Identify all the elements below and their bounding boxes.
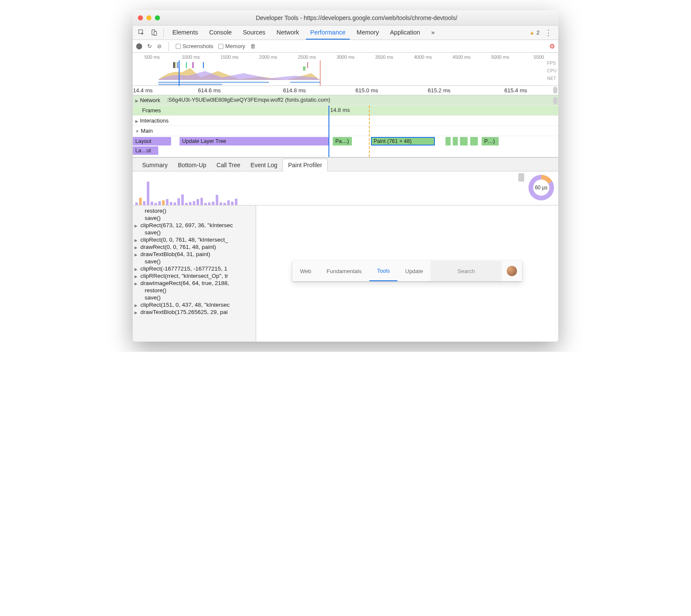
flame-event[interactable]: Update Layer Tree	[180, 137, 328, 145]
tab-application[interactable]: Application	[385, 26, 424, 40]
tab-elements[interactable]: Elements	[168, 26, 202, 40]
paint-command[interactable]: clipRect(0, 0, 761, 48, "kIntersect_	[133, 236, 256, 243]
paint-command[interactable]: restore()	[133, 207, 256, 214]
flame-event[interactable]: Layout	[133, 137, 171, 145]
details-tab-paint-profiler[interactable]: Paint Profiler	[283, 159, 328, 171]
close-icon[interactable]	[138, 15, 143, 20]
screenshots-checkbox[interactable]: Screenshots	[176, 43, 213, 49]
scrollbar-thumb[interactable]	[553, 87, 557, 94]
tab-performance[interactable]: Performance	[306, 26, 350, 40]
tab-memory[interactable]: Memory	[352, 26, 383, 40]
memory-checkbox[interactable]: Memory	[218, 43, 245, 49]
trash-icon[interactable]: 🗑	[250, 43, 256, 49]
histo-bar[interactable]	[170, 202, 172, 205]
reload-icon[interactable]: ↻	[147, 43, 152, 49]
flame-event[interactable]	[445, 137, 451, 145]
warning-badge[interactable]: ▲2	[529, 29, 540, 36]
paint-command[interactable]: drawRect(0, 0, 761, 48, paint)	[133, 243, 256, 251]
interactions-track[interactable]: Interactions	[133, 116, 558, 126]
histo-bar[interactable]	[193, 201, 195, 205]
paint-command[interactable]: clipRect(-16777215, -16777215, 1	[133, 265, 256, 272]
paint-command[interactable]: clipRRect(rrect, "kIntersect_Op", tr	[133, 272, 256, 279]
histo-bar[interactable]	[158, 201, 161, 205]
panel-tabs: ElementsConsoleSourcesNetworkPerformance…	[133, 26, 558, 40]
network-track[interactable]: Network :S6g4U3t-Y5UEw0lE80llgEseQY3FEmq…	[133, 95, 558, 106]
paint-command[interactable]: save()	[133, 214, 256, 222]
zoom-icon[interactable]	[155, 15, 160, 20]
record-button[interactable]	[136, 43, 142, 49]
histo-bar[interactable]	[197, 199, 199, 205]
tab-console[interactable]: Console	[205, 26, 236, 40]
histo-bar[interactable]	[143, 201, 146, 205]
paint-command[interactable]: save()	[133, 294, 256, 301]
histo-bar[interactable]	[181, 194, 184, 205]
paint-command-list[interactable]: restore()save()clipRect(673, 12, 697, 36…	[133, 205, 256, 342]
histo-bar[interactable]	[189, 202, 191, 205]
histo-bar[interactable]	[216, 195, 218, 205]
avatar	[507, 266, 517, 276]
scrollbar-thumb[interactable]	[553, 97, 557, 105]
overview-timeline[interactable]: 500 ms1000 ms1500 ms2000 ms2500 ms3000 m…	[133, 53, 558, 86]
histo-bar[interactable]	[154, 203, 157, 205]
overview-ruler: 500 ms1000 ms1500 ms2000 ms2500 ms3000 m…	[133, 54, 558, 60]
flame-event[interactable]	[470, 137, 478, 145]
histo-bar[interactable]	[135, 202, 138, 205]
histo-bar[interactable]	[147, 182, 149, 205]
flame-event[interactable]	[453, 137, 458, 145]
flame-event[interactable]: P…)	[482, 137, 499, 145]
histo-bar[interactable]	[204, 203, 207, 205]
frames-track[interactable]: Frames 14.8 ms	[133, 106, 558, 116]
histo-bar[interactable]	[235, 199, 237, 205]
clear-icon[interactable]: ⊘	[157, 43, 162, 49]
paint-command[interactable]: clipRect(673, 12, 697, 36, "kIntersec	[133, 222, 256, 229]
histo-bar[interactable]	[231, 202, 234, 205]
histo-bar[interactable]	[151, 202, 153, 205]
histo-bar[interactable]	[200, 198, 203, 205]
histo-bar[interactable]	[162, 200, 165, 205]
histo-bar[interactable]	[212, 202, 214, 205]
histo-bar[interactable]	[227, 200, 230, 205]
minimize-icon[interactable]	[146, 15, 151, 20]
gear-icon[interactable]: ⚙	[549, 43, 555, 50]
preview-nav-item: Web	[292, 261, 319, 281]
paint-histogram[interactable]: 60 µs	[133, 171, 558, 205]
svg-rect-10	[303, 66, 306, 71]
tab-network[interactable]: Network	[272, 26, 303, 40]
network-label: Network	[140, 97, 160, 103]
details-tab-summary[interactable]: Summary	[137, 159, 173, 171]
histo-bar[interactable]	[177, 198, 180, 205]
paint-command[interactable]: save()	[133, 258, 256, 265]
paint-command[interactable]: drawTextBlob(64, 31, paint)	[133, 251, 256, 258]
histo-bar[interactable]	[220, 202, 222, 205]
flame-ruler[interactable]: 614.4 ms614.6 ms614.8 ms615.0 ms615.2 ms…	[133, 86, 558, 95]
main-track-header[interactable]: Main	[133, 126, 558, 136]
paint-command[interactable]: drawImageRect(64, 64, true, 2188,	[133, 279, 256, 287]
main-track[interactable]: LayoutLa…utUpdate Layer TreePa…)Paint (7…	[133, 136, 558, 157]
histo-bar[interactable]	[208, 202, 211, 205]
flame-event[interactable]: La…ut	[133, 146, 158, 155]
paint-command[interactable]: save()	[133, 229, 256, 236]
histo-bar[interactable]	[166, 199, 168, 205]
histo-bar[interactable]	[223, 203, 226, 205]
device-icon[interactable]	[149, 28, 159, 38]
flame-event[interactable]: Paint (761 × 48)	[371, 137, 435, 145]
svg-rect-11	[158, 82, 269, 83]
histo-bar[interactable]	[139, 198, 142, 205]
flame-chart[interactable]: Network :S6g4U3t-Y5UEw0lE80llgEseQY3FEmq…	[133, 95, 558, 158]
tab-sources[interactable]: Sources	[239, 26, 270, 40]
paint-command[interactable]: drawTextBlob(175.265625, 29, pai	[133, 308, 256, 316]
inspect-icon[interactable]	[136, 28, 146, 38]
kebab-icon[interactable]: ⋮	[542, 28, 555, 37]
flame-event[interactable]: Pa…)	[333, 137, 352, 145]
divider	[163, 28, 164, 37]
details-tab-event-log[interactable]: Event Log	[246, 159, 283, 171]
scrollbar-thumb[interactable]	[518, 173, 524, 182]
histo-bar[interactable]	[174, 202, 176, 205]
histo-bar[interactable]	[185, 203, 188, 205]
details-tab-bottom-up[interactable]: Bottom-Up	[173, 159, 211, 171]
tab-overflow[interactable]: »	[427, 26, 439, 40]
details-tab-call-tree[interactable]: Call Tree	[211, 159, 246, 171]
flame-event[interactable]	[460, 137, 468, 145]
paint-command[interactable]: restore()	[133, 287, 256, 294]
paint-command[interactable]: clipRect(151, 0, 437, 48, "kIntersec	[133, 301, 256, 308]
